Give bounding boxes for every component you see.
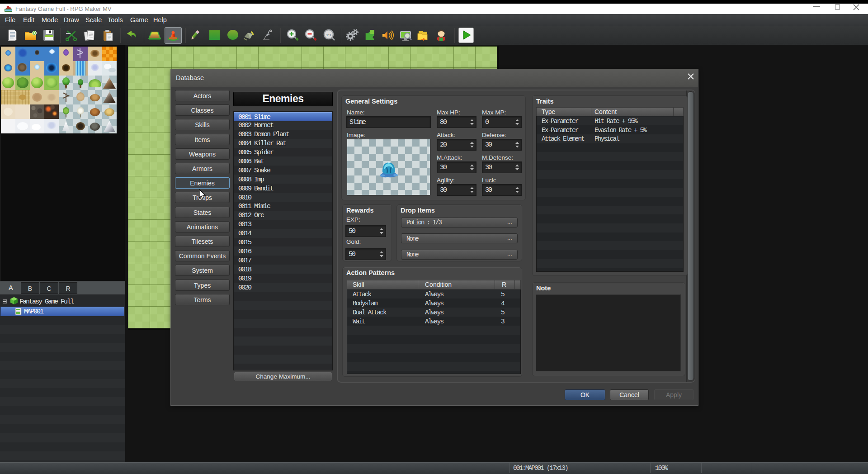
svg-text:1:1: 1:1	[326, 33, 331, 37]
